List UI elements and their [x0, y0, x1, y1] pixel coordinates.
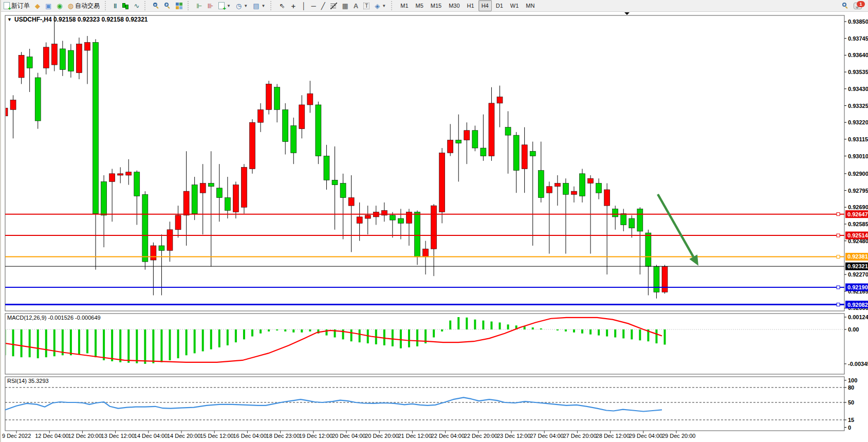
candle-body [522, 145, 527, 169]
auto-trading-button[interactable]: ◍ 自动交易 [65, 0, 102, 11]
toolbar-separator [391, 1, 396, 10]
candle-body [60, 49, 65, 69]
candle-body [200, 183, 206, 193]
indicator-window-left-button[interactable]: ⊩ [194, 0, 205, 11]
clock-icon: ◷ [236, 3, 242, 9]
time-axis-label: 29 Dec 20:00 [662, 433, 695, 439]
hline-handle[interactable] [837, 303, 840, 306]
channels-button[interactable]: ▦ [340, 0, 351, 11]
chevron-down-icon: ▼ [382, 4, 386, 8]
price-axis-tick: 0.93850 [848, 19, 868, 25]
line-chart-icon: ∿ [134, 3, 139, 9]
candle-body [637, 209, 643, 231]
crosshair-icon: ＋ [290, 3, 297, 9]
hline-handle[interactable] [837, 213, 840, 216]
time-axis-label: 16 Dec 04:00 [233, 433, 266, 439]
candle-body [225, 198, 230, 211]
candle-body [19, 55, 24, 78]
indicator-window-left-icon: ⊩ [196, 3, 202, 9]
hline-handle[interactable] [837, 234, 840, 237]
price-axis-tick: 0.92900 [848, 171, 868, 177]
timeframe-group: M1M5M15M30H1H4D1W1MN [397, 0, 538, 11]
hline-handle[interactable] [837, 286, 840, 289]
time-axis-label: 18 Dec 23:00 [266, 433, 300, 439]
text-label-icon: T [363, 3, 370, 9]
timeframe-m30[interactable]: M30 [446, 0, 463, 11]
new-chart-button[interactable]: +▼ [216, 0, 233, 11]
candle-body [340, 183, 346, 198]
indicator-window-right-button[interactable]: ⊪ [205, 0, 216, 11]
time-axis-label: 20 Dec 20:00 [365, 433, 398, 439]
candle-body [233, 185, 238, 212]
rsi-axis-tick: 100 [848, 377, 857, 383]
data-window-button[interactable]: ▣ [43, 0, 54, 11]
arrows-icon: ◈ [375, 3, 380, 9]
chart-shift-marker-icon[interactable] [624, 12, 630, 15]
chevron-down-icon: ▼ [244, 4, 248, 8]
arrows-button[interactable]: ◈▼ [372, 0, 389, 11]
time-axis-label: 28 Dec 12:00 [596, 433, 630, 439]
zoom-out-button[interactable]: - [162, 0, 173, 11]
crosshair-button[interactable]: ＋ [287, 0, 299, 11]
bar-chart-button[interactable]: ‖ [111, 0, 119, 11]
candle-body [530, 151, 535, 156]
trendline-button[interactable]: ╱ [319, 0, 328, 11]
candlestick-chart-button[interactable] [119, 0, 131, 11]
timeframe-m15[interactable]: M15 [428, 0, 445, 11]
collapse-icon[interactable]: ▼ [7, 17, 12, 22]
price-tag-label: 0.92321 [847, 263, 868, 269]
signals-button[interactable]: ◉ [54, 0, 65, 11]
hline-handle[interactable] [837, 255, 840, 258]
candle-body [109, 174, 115, 182]
price-axis-tick: 0.93535 [848, 69, 868, 75]
candle-body [241, 167, 247, 207]
new-order-button[interactable]: + 新订单 [1, 0, 32, 11]
toolbar-separator [188, 1, 192, 10]
timeframe-w1[interactable]: W1 [507, 0, 522, 11]
zoom-in-button[interactable]: + [151, 0, 162, 11]
indicator-window-right-icon: ⊪ [208, 3, 213, 9]
timeframe-m1[interactable]: M1 [397, 0, 411, 11]
candle-body [497, 97, 503, 103]
text-label-button[interactable]: T [361, 0, 372, 11]
search-icon[interactable] [842, 3, 848, 9]
vertical-line-button[interactable]: │ [299, 0, 308, 11]
candle-body [35, 78, 41, 121]
candle-body [580, 174, 585, 196]
text-button[interactable]: A [351, 0, 361, 11]
template-button[interactable]: ▤▼ [250, 0, 268, 11]
candle-body [654, 266, 659, 292]
rsi-axis-tick: 0 [848, 425, 851, 431]
candle-body [299, 105, 305, 129]
timeframe-mn[interactable]: MN [523, 0, 538, 11]
horizontal-line-icon: ─ [311, 3, 316, 9]
toolbar-separator [144, 1, 149, 10]
period-button[interactable]: ◷▼ [233, 0, 250, 11]
cursor-button[interactable]: ⇖ [276, 0, 287, 11]
candle-body [68, 50, 73, 71]
bar-chart-icon: ‖ [114, 3, 117, 9]
candle-body [538, 171, 544, 198]
candle-body [439, 153, 445, 212]
horizontal-line-button[interactable]: ─ [308, 0, 318, 11]
chart-canvas[interactable]: 0.938500.937450.936400.935350.934300.933… [1, 0, 868, 442]
timeframe-d1[interactable]: D1 [493, 0, 506, 11]
price-tag-label: 0.92082 [847, 302, 868, 308]
candle-body [175, 215, 181, 230]
time-axis-label: 21 Dec 12:00 [398, 433, 431, 439]
auto-trading-label: 自动交易 [75, 2, 100, 10]
timeframe-h4[interactable]: H4 [478, 0, 492, 11]
market-watch-button[interactable]: ◆ [32, 0, 43, 11]
chat-icon[interactable]: 1 [854, 3, 862, 9]
timeframe-h1[interactable]: H1 [464, 0, 477, 11]
time-axis-label: 14 Dec 04:00 [134, 433, 168, 439]
price-axis-tick: 0.92690 [848, 204, 868, 210]
price-panel [5, 15, 844, 311]
timeframe-m5[interactable]: M5 [413, 0, 427, 11]
line-chart-button[interactable]: ∿ [131, 0, 142, 11]
candle-body [604, 190, 610, 206]
fibonacci-button[interactable] [328, 0, 340, 11]
chevron-down-icon: ▼ [262, 4, 266, 8]
tile-windows-button[interactable] [173, 0, 185, 11]
data-window-icon: ▣ [45, 3, 51, 9]
